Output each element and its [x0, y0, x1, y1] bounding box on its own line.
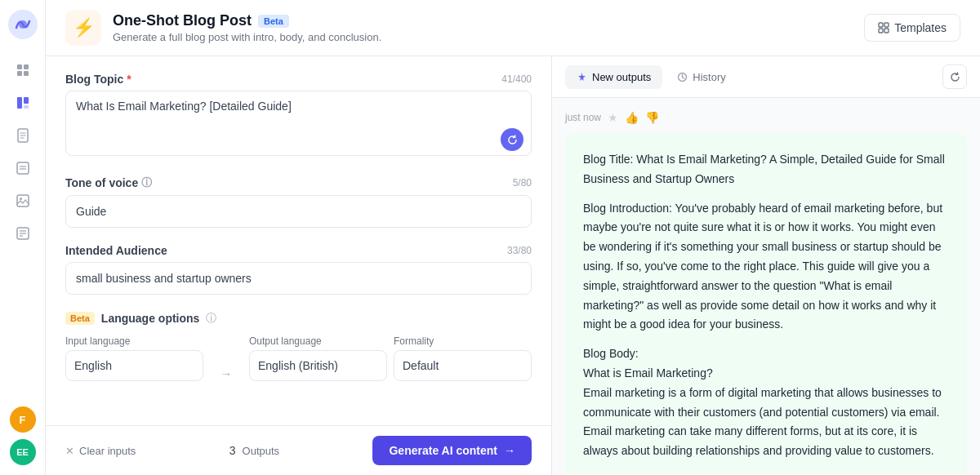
user-avatar-ee[interactable]: EE	[10, 439, 36, 465]
tone-section: Tone of voice ⓘ 5/80	[65, 175, 532, 228]
tab-group: New outputs History	[565, 65, 737, 89]
output-paragraph-2: Blog Introduction: You've probably heard…	[583, 199, 949, 335]
output-language-col: Output language English (British) Englis…	[249, 335, 387, 381]
sparkle-icon	[577, 72, 587, 82]
nav-image-icon[interactable]	[8, 186, 38, 215]
tone-char-count: 5/80	[513, 177, 532, 189]
tone-input[interactable]	[65, 195, 532, 228]
svg-rect-25	[884, 29, 889, 33]
thumbs-down-icon[interactable]: 👎	[645, 111, 659, 124]
output-paragraph-4: Some common examples of email marketing …	[583, 471, 949, 475]
output-timestamp: just now	[565, 112, 601, 123]
output-card: Blog Title: What Is Email Marketing? A S…	[565, 134, 967, 475]
blog-topic-wrap	[65, 91, 532, 159]
clear-inputs-label: Clear inputs	[79, 445, 136, 457]
main-area: ⚡ One-Shot Blog Post Beta Generate a ful…	[46, 0, 980, 475]
svg-rect-3	[24, 64, 29, 69]
output-paragraph-3: Blog Body: What is Email Marketing? Emai…	[583, 344, 949, 461]
beta-badge: Beta	[258, 15, 289, 28]
output-meta: just now ★ 👍 👎	[565, 111, 967, 124]
blog-topic-char-count: 41/400	[501, 73, 532, 85]
svg-rect-23	[884, 23, 889, 27]
left-navigation: F EE	[0, 0, 46, 475]
formality-label: Formality	[394, 335, 532, 347]
language-grid: Input language English Spanish French Ge…	[65, 335, 532, 381]
clock-icon	[677, 72, 688, 82]
audience-input[interactable]	[65, 262, 532, 295]
page-title-text: One-Shot Blog Post	[113, 12, 252, 29]
svg-rect-4	[17, 71, 22, 76]
svg-rect-2	[17, 64, 22, 69]
formality-col: Formality Default Formal Informal	[394, 335, 532, 381]
language-options-section: Beta Language options ⓘ Input language E…	[65, 311, 532, 381]
generate-button[interactable]: Generate AI content →	[372, 436, 532, 465]
panel-refresh-icon	[950, 72, 960, 82]
tool-icon-wrap: ⚡	[65, 10, 101, 46]
tab-new-outputs[interactable]: New outputs	[565, 65, 662, 89]
form-scroll: Blog Topic * 41/400	[46, 56, 551, 425]
page-title: One-Shot Blog Post Beta	[113, 12, 381, 29]
templates-button[interactable]: Templates	[864, 14, 960, 42]
language-beta-badge: Beta	[65, 312, 95, 325]
arrow-separator: →	[210, 350, 243, 381]
svg-point-1	[19, 20, 27, 29]
audience-char-count: 33/80	[507, 245, 532, 256]
audience-label-row: Intended Audience 33/80	[65, 244, 532, 257]
thumbs-up-icon[interactable]: 👍	[625, 111, 639, 124]
svg-rect-8	[24, 105, 29, 109]
left-panel: Blog Topic * 41/400	[46, 56, 552, 475]
language-section-header: Beta Language options ⓘ	[65, 311, 532, 326]
language-info-icon[interactable]: ⓘ	[206, 311, 216, 326]
x-icon: ✕	[65, 445, 74, 457]
language-section-title: Language options	[101, 312, 200, 325]
lightning-icon: ⚡	[73, 17, 95, 38]
nav-home-icon[interactable]	[8, 55, 38, 85]
audience-label: Intended Audience	[65, 244, 167, 257]
svg-point-17	[20, 198, 22, 200]
refresh-button[interactable]	[501, 128, 523, 151]
header-title-wrap: One-Shot Blog Post Beta Generate a full …	[113, 12, 381, 43]
outputs-label: Outputs	[243, 445, 280, 457]
tone-info-icon[interactable]: ⓘ	[141, 175, 152, 190]
page-header: ⚡ One-Shot Blog Post Beta Generate a ful…	[46, 0, 980, 56]
tone-label: Tone of voice	[65, 176, 138, 189]
history-label: History	[693, 71, 725, 83]
outputs-count: 3	[229, 444, 236, 457]
blog-topic-label-row: Blog Topic * 41/400	[65, 73, 532, 86]
output-language-select[interactable]: English (British) English (US) Spanish F…	[249, 350, 387, 381]
user-avatar-f[interactable]: F	[10, 406, 36, 433]
audience-section: Intended Audience 33/80	[65, 244, 532, 295]
required-star: *	[127, 73, 131, 86]
content-area: Blog Topic * 41/400	[46, 56, 980, 475]
refresh-icon	[507, 135, 518, 145]
header-left: ⚡ One-Shot Blog Post Beta Generate a ful…	[65, 10, 381, 46]
svg-rect-7	[24, 97, 29, 104]
templates-icon	[878, 22, 889, 33]
input-language-label: Input language	[65, 335, 203, 347]
nav-inbox-icon[interactable]	[8, 219, 38, 248]
right-panel: New outputs History	[552, 56, 980, 475]
input-language-select[interactable]: English Spanish French German	[65, 350, 203, 381]
nav-doc-icon[interactable]	[8, 121, 38, 150]
output-paragraph-1: Blog Title: What Is Email Marketing? A S…	[583, 150, 949, 189]
blog-topic-section: Blog Topic * 41/400	[65, 73, 532, 159]
star-icon[interactable]: ★	[608, 111, 618, 124]
svg-rect-22	[879, 23, 883, 27]
page-subtitle: Generate a full blog post with intro, bo…	[113, 31, 381, 43]
formality-select[interactable]: Default Formal Informal	[394, 350, 532, 381]
form-footer: ✕ Clear inputs 3 Outputs Generate AI con…	[46, 425, 551, 475]
blog-topic-textarea[interactable]	[65, 91, 532, 156]
svg-rect-24	[879, 29, 883, 33]
new-outputs-label: New outputs	[592, 71, 651, 83]
input-language-col: Input language English Spanish French Ge…	[65, 335, 203, 381]
output-language-label: Output language	[249, 335, 387, 347]
templates-btn-label: Templates	[894, 21, 947, 34]
panel-refresh-button[interactable]	[942, 64, 967, 89]
clear-inputs-button[interactable]: ✕ Clear inputs	[65, 445, 136, 457]
nav-file-icon[interactable]	[8, 153, 38, 183]
generate-btn-label: Generate AI content	[389, 444, 497, 457]
nav-grid-icon[interactable]	[8, 88, 38, 118]
svg-rect-6	[17, 97, 22, 109]
app-logo[interactable]	[8, 10, 38, 39]
tab-history[interactable]: History	[666, 65, 737, 89]
